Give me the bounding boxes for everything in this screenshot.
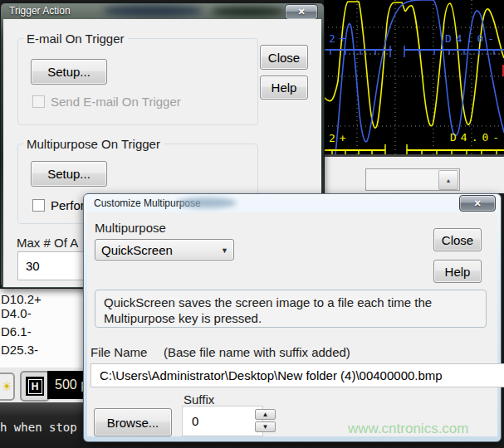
max-actions-label: Max # Of A [17,236,78,250]
perform-checkbox[interactable]: Perfor [32,198,85,212]
spinner-down-icon: ▼ [262,423,269,431]
trigger-close-label: Close [268,51,300,65]
close-icon: ✕ [297,7,305,17]
multipurpose-group-label: Multipurpose On Trigger [23,137,164,151]
customize-dialog-body: Multipurpose QuickScreen ▼ Close Help Qu… [87,212,497,436]
perform-checkbox-label: Perfor [51,198,85,212]
suffix-label: Suffix [183,392,214,407]
suffix-value: 0 [192,414,198,428]
multipurpose-setup-button[interactable]: Setup... [31,161,107,187]
customize-help-label: Help [445,265,471,279]
status-bar: h when stop [0,402,83,448]
file-path-input[interactable]: C:\Users\Administrator\Desktop\New folde… [91,363,504,387]
channel-readout: D4.0- [1,306,32,320]
customize-help-button[interactable]: Help [433,260,482,283]
status-text: h when stop [0,421,77,434]
suffix-decrement-button[interactable]: ▼ [255,421,276,432]
watermark-smudge [177,197,237,208]
scroll-up-button[interactable]: ▲ [438,170,458,190]
glass-reflection [211,7,286,17]
customize-close-label: Close [442,233,473,247]
max-actions-value: 30 [26,259,40,273]
checkbox-icon [32,95,45,108]
customize-dialog-titlebar[interactable]: Customize Multipurpose ✕ [87,194,497,212]
spinner-up-icon: ▲ [262,411,269,418]
email-setup-label: Setup... [47,65,91,79]
close-window-button[interactable]: ✕ [285,4,318,19]
trigger-help-label: Help [272,80,297,95]
file-name-label: File Name [91,345,147,359]
close-window-button[interactable]: ✕ [459,195,496,212]
email-setup-button[interactable]: Setup... [31,59,107,85]
d4-bottom-label: D4.0- [450,131,503,144]
multipurpose-dropdown-value: QuickScreen [101,243,173,257]
trigger-help-button[interactable]: Help [260,75,308,100]
suffix-input[interactable]: 0 [182,406,263,436]
sun-icon: ☀ [2,379,12,394]
file-name-hint: (Base file name with suffix added) [164,345,350,359]
channel-readout: D10.2+ [1,292,42,306]
d4-top-label: D4.0- [445,32,498,45]
checkbox-icon [32,199,45,212]
quickscreen-description: QuickScreen saves the screen image to a … [95,290,487,328]
multipurpose-label: Multipurpose [95,221,166,235]
suffix-increment-button[interactable]: ▲ [255,409,276,420]
send-email-checkbox-label: Send E-mail On Trigger [51,95,181,109]
chevron-down-icon: ▼ [221,246,228,255]
browse-label: Browse... [107,416,159,430]
divider [324,154,504,157]
channel-readout: D25.3- [1,343,38,357]
channel-list-panel: D10.2+ D4.0- D6.1- D25.3- [0,289,83,369]
trigger-dialog-title: Trigger Action [9,5,71,17]
multipurpose-dropdown[interactable]: QuickScreen ▼ [95,239,234,261]
file-path-value: C:\Users\Administrator\Desktop\New folde… [100,368,443,382]
horizontal-menu-button[interactable]: H [20,371,50,402]
email-group-label: E-mail On Trigger [23,32,128,46]
close-icon: ✕ [473,198,481,209]
channel-2-bottom-label: 2+ [329,132,350,144]
multipurpose-setup-label: Setup... [47,167,91,181]
scroll-up-icon: ▲ [446,178,452,183]
browse-button[interactable]: Browse... [94,408,172,436]
watermark-text: www.cntronics.com [348,421,468,437]
send-email-checkbox[interactable]: Send E-mail On Trigger [32,95,181,109]
glass-reflection [103,5,203,17]
oscilloscope-app: 2+ D4.0- 2+ D4.0- ▲ D10.2+ D4.0- D6.1- D… [0,0,504,448]
waveform-display: 2+ D4.0- 2+ D4.0- [324,0,504,154]
horizontal-toolbar: ☀ H 500 p [0,368,83,404]
trigger-dialog-titlebar[interactable]: Trigger Action ✕ [3,3,321,19]
h-icon: H [26,377,44,396]
customize-multipurpose-dialog: Customize Multipurpose ✕ Multipurpose Qu… [83,193,502,442]
partially-hidden-listbox: ▲ [365,168,460,191]
customize-close-button[interactable]: Close [433,228,482,251]
channel-readout: D6.1- [1,324,32,338]
brightness-button[interactable]: ☀ [0,373,15,401]
trigger-close-button[interactable]: Close [260,45,308,70]
channel-2-top-label: 2+ [329,32,350,45]
background-panel: ▲ [324,154,504,193]
